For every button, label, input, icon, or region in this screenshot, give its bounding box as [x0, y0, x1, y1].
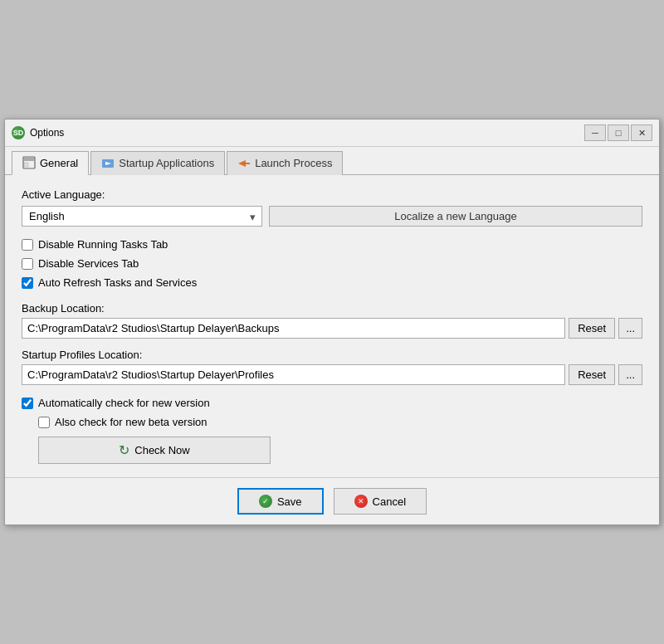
tab-startup-label: Startup Applications: [119, 157, 214, 169]
language-select-wrapper: English: [22, 206, 262, 227]
backup-location-group: Backup Location: Reset ...: [22, 302, 642, 339]
active-language-label: Active Language:: [22, 188, 642, 201]
refresh-icon: ↻: [119, 442, 129, 458]
disable-running-label: Disable Running Tasks Tab: [38, 238, 168, 251]
auto-refresh-checkbox-item[interactable]: Auto Refresh Tasks and Services: [22, 276, 642, 289]
cancel-icon: ✕: [354, 495, 368, 508]
auto-check-label: Automatically check for new version: [38, 397, 210, 409]
check-now-label: Check Now: [134, 444, 189, 456]
tab-bar: General Startup Applications Launch Proc…: [5, 147, 659, 175]
auto-refresh-checkbox[interactable]: [22, 277, 33, 289]
auto-check-checkbox[interactable]: [22, 398, 33, 409]
backup-reset-button[interactable]: Reset: [569, 318, 615, 339]
profiles-location-group: Startup Profiles Location: Reset ...: [22, 349, 642, 385]
profiles-reset-button[interactable]: Reset: [569, 364, 615, 385]
backup-location-row: Reset ...: [22, 318, 642, 339]
disable-running-checkbox[interactable]: [22, 239, 33, 251]
disable-running-checkbox-item[interactable]: Disable Running Tasks Tab: [22, 238, 642, 251]
minimize-button[interactable]: ─: [584, 124, 606, 141]
auto-refresh-label: Auto Refresh Tasks and Services: [38, 276, 197, 289]
beta-check-label: Also check for new beta version: [55, 416, 208, 428]
tab-launch-label: Launch Process: [255, 157, 332, 169]
profiles-location-label: Startup Profiles Location:: [22, 349, 642, 361]
general-tab-icon: [22, 156, 36, 169]
disable-services-checkbox[interactable]: [22, 258, 33, 270]
main-content: Active Language: English Localize a new …: [5, 175, 659, 477]
svg-rect-1: [24, 158, 34, 161]
beta-check-checkbox[interactable]: [38, 417, 50, 428]
save-button[interactable]: ✓ Save: [237, 488, 324, 515]
check-now-button[interactable]: ↻ Check Now: [38, 437, 271, 464]
profiles-browse-button[interactable]: ...: [618, 364, 642, 385]
save-label: Save: [277, 495, 302, 508]
backup-browse-button[interactable]: ...: [618, 318, 642, 339]
footer: ✓ Save ✕ Cancel: [5, 477, 659, 524]
checkbox-group: Disable Running Tasks Tab Disable Servic…: [22, 238, 642, 289]
tab-startup[interactable]: Startup Applications: [90, 151, 225, 175]
backup-location-label: Backup Location:: [22, 302, 642, 315]
options-window: SD Options ─ □ ✕ General Startup Applica…: [4, 119, 660, 525]
launch-tab-icon: [237, 157, 251, 170]
title-bar: SD Options ─ □ ✕: [5, 120, 659, 147]
app-icon: SD: [12, 126, 25, 139]
window-title: Options: [30, 127, 64, 139]
profiles-location-row: Reset ...: [22, 364, 642, 385]
maximize-button[interactable]: □: [608, 124, 629, 141]
backup-location-input[interactable]: [22, 318, 565, 339]
cancel-label: Cancel: [373, 495, 406, 508]
tab-launch[interactable]: Launch Process: [227, 151, 343, 175]
tab-general[interactable]: General: [12, 151, 89, 175]
localize-button[interactable]: Localize a new Language: [269, 206, 642, 227]
disable-services-label: Disable Services Tab: [38, 257, 139, 270]
title-controls: ─ □ ✕: [584, 124, 652, 141]
cancel-button[interactable]: ✕ Cancel: [334, 488, 427, 515]
version-section: Automatically check for new version Also…: [22, 397, 642, 464]
startup-tab-icon: [101, 157, 115, 170]
svg-marker-5: [238, 160, 250, 167]
profiles-location-input[interactable]: [22, 364, 565, 385]
close-button[interactable]: ✕: [631, 124, 652, 141]
language-row: English Localize a new Language: [22, 206, 642, 227]
svg-rect-2: [24, 163, 28, 167]
tab-general-label: General: [40, 157, 78, 169]
language-select[interactable]: English: [22, 206, 262, 227]
title-bar-left: SD Options: [12, 126, 64, 139]
save-icon: ✓: [259, 495, 272, 508]
disable-services-checkbox-item[interactable]: Disable Services Tab: [22, 257, 642, 270]
beta-check-checkbox-item[interactable]: Also check for new beta version: [38, 416, 642, 428]
auto-check-checkbox-item[interactable]: Automatically check for new version: [22, 397, 642, 409]
